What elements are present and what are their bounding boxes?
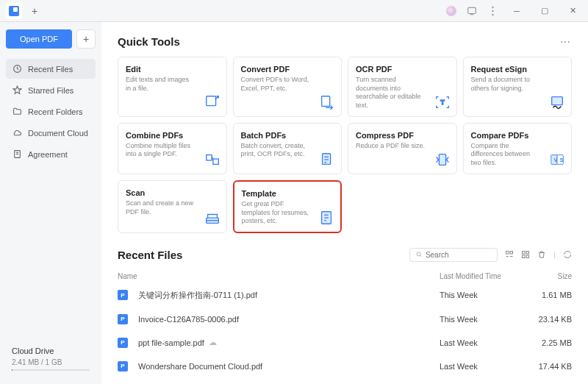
sidebar-item-label: Recent Files	[28, 65, 73, 74]
titlebar: + ─ ▢ ✕	[0, 0, 588, 22]
search-box[interactable]	[409, 248, 498, 262]
svg-rect-8	[206, 96, 215, 106]
tool-desc: Scan and create a new PDF file.	[126, 199, 196, 216]
tool-desc: Edit texts and images in a file.	[126, 76, 196, 93]
add-button[interactable]: +	[76, 29, 96, 49]
sidebar-item-recent-folders[interactable]: Recent Folders	[6, 102, 96, 121]
tool-combine-pdfs[interactable]: Combine PDFsCombine multiple files into …	[118, 123, 227, 174]
esign-icon	[549, 94, 565, 110]
sidebar-item-starred-files[interactable]: Starred Files	[6, 80, 96, 100]
tool-request-esign[interactable]: Request eSignSend a document to others f…	[463, 57, 573, 117]
recent-files-title: Recent Files	[118, 249, 182, 261]
tool-compress-pdf[interactable]: Compress PDFReduce a PDF file size.	[348, 123, 457, 174]
sidebar-item-document-cloud[interactable]: Document Cloud	[6, 123, 96, 143]
search-input[interactable]	[426, 251, 491, 259]
minimize-button[interactable]: ─	[507, 3, 526, 19]
file-row[interactable]: PInvoice-C126A785-0006.pdfThis Week23.14…	[118, 307, 572, 331]
close-button[interactable]: ✕	[563, 3, 582, 19]
tool-label: Request eSign	[471, 65, 564, 74]
file-size: 17.44 KB	[528, 362, 572, 371]
svg-rect-11	[552, 96, 563, 104]
sidebar-item-label: Agreement	[28, 150, 68, 159]
file-size: 23.14 KB	[528, 315, 572, 324]
file-time: Last Week	[440, 338, 528, 347]
pdf-icon: P	[118, 314, 128, 324]
ocr-icon: T	[434, 94, 451, 110]
pdf-icon: P	[118, 290, 128, 300]
file-name-text: ppt file-sample.pdf	[138, 338, 204, 347]
sidebar-item-label: Recent Folders	[28, 107, 83, 116]
svg-point-29	[417, 252, 420, 256]
folder-icon	[12, 107, 22, 116]
file-name-text: Wondershare Document Cloud.pdf	[138, 362, 262, 371]
scan-icon	[204, 210, 220, 227]
tool-desc: Combine multiple files into a single PDF…	[126, 142, 196, 159]
quick-tools-menu-icon[interactable]: ⋯	[560, 36, 572, 48]
sidebar-item-recent-files[interactable]: Recent Files	[6, 59, 96, 79]
refresh-icon[interactable]	[563, 250, 572, 259]
cloud-drive-title: Cloud Drive	[12, 346, 90, 355]
main-content: Quick Tools ⋯ EditEdit texts and images …	[101, 22, 588, 384]
file-time: Last Week	[440, 362, 528, 371]
svg-point-2	[492, 10, 493, 11]
svg-rect-35	[523, 252, 526, 255]
tool-ocr-pdf[interactable]: OCR PDFTurn scanned documents into searc…	[348, 57, 457, 117]
maximize-button[interactable]: ▢	[535, 3, 554, 19]
tool-label: OCR PDF	[356, 65, 449, 74]
svg-rect-9	[322, 96, 330, 107]
theme-icon[interactable]	[445, 5, 457, 17]
tool-convert-pdf[interactable]: Convert PDFConvert PDFs to Word, Excel, …	[233, 57, 343, 117]
svg-rect-31	[506, 252, 509, 255]
tool-desc: Batch convert, create, print, OCR PDFs, …	[241, 142, 311, 159]
file-time: This Week	[440, 291, 528, 299]
convert-icon	[319, 94, 335, 110]
clock-icon	[12, 64, 22, 74]
combine-icon	[204, 152, 220, 168]
menu-icon[interactable]	[487, 5, 498, 17]
tool-template[interactable]: TemplateGet great PDF templates for resu…	[233, 180, 343, 233]
svg-text:T: T	[440, 99, 445, 106]
tool-edit[interactable]: EditEdit texts and images in a file.	[118, 57, 227, 117]
file-row[interactable]: PWondershare Document Cloud.pdfLast Week…	[118, 355, 572, 378]
file-name-text: Invoice-C126A785-0006.pdf	[138, 315, 239, 324]
svg-rect-0	[468, 7, 476, 13]
star-icon	[12, 85, 22, 95]
file-time: This Week	[440, 315, 528, 324]
new-tab-button[interactable]: +	[28, 4, 41, 18]
svg-rect-37	[523, 255, 526, 258]
col-size-header: Size	[528, 272, 572, 280]
tool-desc: Convert PDFs to Word, Excel, PPT, etc.	[241, 76, 311, 93]
cloud-icon: ☁	[209, 338, 217, 347]
pdf-icon: P	[118, 361, 128, 371]
sidebar-item-agreement[interactable]: Agreement	[6, 144, 96, 164]
tool-scan[interactable]: ScanScan and create a new PDF file.	[118, 180, 227, 233]
file-row[interactable]: P关键词分析操作指南-0711 (1).pdfThis Week1.61 MB	[118, 283, 572, 307]
compare-icon: VS	[549, 152, 565, 168]
svg-text:S: S	[560, 157, 564, 163]
grid-view-icon[interactable]	[521, 250, 530, 259]
quick-tools-title: Quick Tools	[118, 35, 180, 48]
tool-label: Compress PDF	[356, 131, 449, 140]
svg-text:V: V	[553, 157, 557, 163]
tool-label: Template	[242, 189, 334, 198]
svg-rect-18	[439, 154, 445, 165]
col-time-header: Last Modified Time	[440, 272, 528, 280]
svg-rect-36	[526, 252, 529, 255]
trash-icon[interactable]	[537, 250, 546, 259]
template-icon	[318, 210, 334, 226]
tool-label: Edit	[126, 65, 219, 74]
open-pdf-button[interactable]: Open PDF	[6, 29, 72, 49]
tool-label: Combine PDFs	[126, 131, 219, 140]
list-view-icon[interactable]	[505, 250, 514, 259]
sidebar-item-label: Starred Files	[28, 86, 74, 95]
tool-label: Batch PDFs	[241, 131, 334, 140]
tool-compare-pdfs[interactable]: Compare PDFsCompare the differences betw…	[463, 123, 573, 174]
file-row[interactable]: Pppt file-sample.pdf☁Last Week2.25 MB	[118, 331, 572, 355]
tool-batch-pdfs[interactable]: Batch PDFsBatch convert, create, print, …	[233, 123, 343, 174]
feedback-icon[interactable]	[466, 5, 478, 17]
svg-rect-32	[510, 252, 513, 255]
svg-rect-14	[323, 154, 331, 165]
file-size: 2.25 MB	[528, 338, 572, 347]
tool-label: Scan	[126, 188, 219, 197]
pdf-icon: P	[118, 338, 128, 348]
